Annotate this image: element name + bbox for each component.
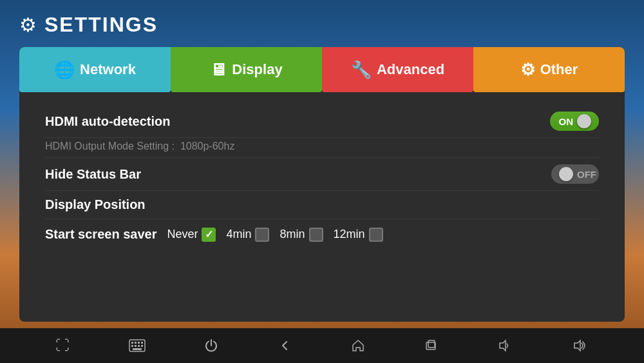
tab-network-label: Network bbox=[80, 61, 136, 78]
home-icon[interactable] bbox=[351, 338, 365, 353]
svg-rect-2 bbox=[135, 342, 137, 344]
hdmi-auto-detection-row: HDMI auto-detection ON bbox=[45, 105, 599, 138]
settings-panel: 🌐 Network 🖥 Display 🔧 Advanced ⚙ Other H… bbox=[19, 47, 625, 322]
page-title: SETTINGS bbox=[44, 13, 158, 37]
svg-rect-6 bbox=[135, 345, 137, 347]
screensaver-never-checkbox[interactable] bbox=[202, 228, 216, 242]
toggle-off-label: OFF bbox=[577, 169, 596, 180]
screensaver-label: Start screen saver bbox=[45, 227, 156, 242]
bottom-bar: ⛶ bbox=[0, 328, 644, 363]
hdmi-output-mode-label: HDMI Output Mode Setting : 1080p-60hz bbox=[45, 141, 234, 152]
svg-rect-8 bbox=[141, 345, 143, 347]
svg-marker-12 bbox=[500, 340, 506, 351]
back-icon[interactable] bbox=[278, 338, 292, 353]
svg-rect-9 bbox=[133, 348, 142, 350]
tab-advanced[interactable]: 🔧 Advanced bbox=[322, 47, 473, 92]
screensaver-12min-group: 12min bbox=[334, 228, 383, 242]
main-content: ⚙ SETTINGS 🌐 Network 🖥 Display 🔧 Advance… bbox=[0, 0, 644, 328]
screensaver-4min-label: 4min bbox=[226, 228, 251, 241]
screensaver-8min-group: 8min bbox=[279, 228, 323, 242]
display-position-label: Display Position bbox=[45, 197, 146, 211]
volume-up-icon[interactable] bbox=[572, 338, 589, 353]
toggle-on-knob bbox=[577, 114, 591, 128]
hide-status-bar-toggle[interactable]: OFF bbox=[551, 164, 599, 184]
screensaver-12min-label: 12min bbox=[334, 228, 365, 241]
svg-rect-10 bbox=[426, 342, 435, 349]
screensaver-8min-label: 8min bbox=[279, 228, 305, 241]
title-bar: ⚙ SETTINGS bbox=[19, 13, 625, 37]
tab-display-label: Display bbox=[232, 61, 282, 78]
tab-display[interactable]: 🖥 Display bbox=[171, 47, 322, 92]
display-icon: 🖥 bbox=[210, 60, 227, 80]
svg-rect-3 bbox=[138, 342, 140, 344]
tab-network[interactable]: 🌐 Network bbox=[19, 47, 171, 92]
content-area: HDMI auto-detection ON HDMI Output Mode … bbox=[19, 92, 625, 262]
svg-rect-11 bbox=[428, 340, 435, 348]
hdmi-auto-detection-label: HDMI auto-detection bbox=[45, 114, 170, 129]
network-icon: 🌐 bbox=[54, 60, 75, 80]
svg-marker-13 bbox=[574, 340, 580, 351]
other-icon: ⚙ bbox=[520, 60, 535, 80]
settings-title-icon: ⚙ bbox=[19, 14, 37, 36]
screensaver-4min-checkbox[interactable] bbox=[255, 228, 269, 242]
tab-advanced-label: Advanced bbox=[377, 61, 444, 78]
screensaver-4min-group: 4min bbox=[226, 228, 269, 242]
hdmi-auto-detection-toggle[interactable]: ON bbox=[550, 112, 600, 131]
screensaver-12min-checkbox[interactable] bbox=[369, 228, 383, 242]
tab-other-label: Other bbox=[540, 61, 578, 78]
toggle-on-label: ON bbox=[559, 116, 574, 127]
screensaver-never-group: Never bbox=[167, 228, 216, 242]
screensaver-8min-checkbox[interactable] bbox=[309, 228, 323, 242]
tab-other[interactable]: ⚙ Other bbox=[473, 47, 625, 92]
power-icon[interactable] bbox=[204, 338, 218, 353]
svg-rect-1 bbox=[131, 342, 133, 344]
advanced-icon: 🔧 bbox=[351, 60, 372, 80]
svg-rect-4 bbox=[141, 342, 143, 344]
keyboard-icon[interactable] bbox=[129, 339, 146, 352]
hide-status-bar-label: Hide Status Bar bbox=[45, 167, 141, 182]
svg-rect-5 bbox=[131, 345, 133, 347]
hdmi-output-mode-row: HDMI Output Mode Setting : 1080p-60hz bbox=[45, 138, 599, 158]
svg-rect-7 bbox=[138, 345, 140, 347]
display-position-row: Display Position bbox=[45, 191, 599, 219]
recents-icon[interactable] bbox=[424, 338, 439, 353]
screensaver-row: Start screen saver Never 4min 8min 12min bbox=[45, 219, 599, 250]
toggle-off-knob bbox=[559, 167, 573, 181]
volume-down-icon[interactable] bbox=[497, 338, 513, 353]
fullscreen-icon[interactable]: ⛶ bbox=[55, 337, 70, 354]
screensaver-never-label: Never bbox=[167, 228, 198, 241]
tabs-row: 🌐 Network 🖥 Display 🔧 Advanced ⚙ Other bbox=[19, 47, 625, 92]
hide-status-bar-row: Hide Status Bar OFF bbox=[45, 158, 599, 191]
